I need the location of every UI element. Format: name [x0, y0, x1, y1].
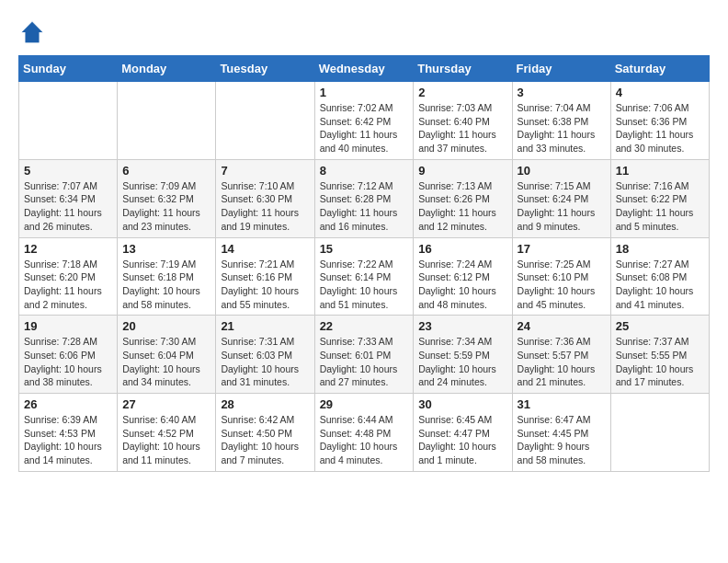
week-row: 26Sunrise: 6:39 AM Sunset: 4:53 PM Dayli… — [19, 394, 710, 472]
day-detail: Sunrise: 7:04 AM Sunset: 6:38 PM Dayligh… — [518, 101, 606, 155]
day-cell: 6Sunrise: 7:09 AM Sunset: 6:32 PM Daylig… — [118, 159, 216, 237]
day-cell: 18Sunrise: 7:27 AM Sunset: 6:08 PM Dayli… — [610, 237, 709, 316]
day-detail: Sunrise: 7:25 AM Sunset: 6:10 PM Dayligh… — [518, 258, 606, 312]
week-row: 12Sunrise: 7:18 AM Sunset: 6:20 PM Dayli… — [19, 237, 710, 316]
day-detail: Sunrise: 6:47 AM Sunset: 4:45 PM Dayligh… — [518, 413, 606, 467]
day-cell: 4Sunrise: 7:06 AM Sunset: 6:36 PM Daylig… — [610, 82, 709, 160]
day-detail: Sunrise: 7:09 AM Sunset: 6:32 PM Dayligh… — [122, 179, 210, 234]
day-cell: 9Sunrise: 7:13 AM Sunset: 6:26 PM Daylig… — [414, 159, 512, 237]
day-cell: 11Sunrise: 7:16 AM Sunset: 6:22 PM Dayli… — [610, 159, 709, 237]
day-cell: 30Sunrise: 6:45 AM Sunset: 4:47 PM Dayli… — [414, 394, 512, 472]
day-cell — [216, 82, 314, 160]
day-number: 5 — [24, 164, 112, 178]
day-number: 11 — [616, 164, 704, 178]
day-cell: 3Sunrise: 7:04 AM Sunset: 6:38 PM Daylig… — [512, 82, 610, 160]
day-number: 3 — [518, 86, 606, 99]
day-number: 10 — [518, 164, 606, 178]
day-cell: 2Sunrise: 7:03 AM Sunset: 6:40 PM Daylig… — [414, 82, 512, 160]
day-number: 2 — [418, 86, 506, 99]
day-number: 20 — [122, 319, 210, 333]
day-number: 16 — [418, 242, 506, 256]
day-cell: 12Sunrise: 7:18 AM Sunset: 6:20 PM Dayli… — [19, 237, 118, 316]
day-cell: 10Sunrise: 7:15 AM Sunset: 6:24 PM Dayli… — [512, 159, 610, 237]
day-number: 4 — [616, 86, 704, 99]
day-detail: Sunrise: 6:42 AM Sunset: 4:50 PM Dayligh… — [221, 413, 309, 467]
day-detail: Sunrise: 7:07 AM Sunset: 6:34 PM Dayligh… — [24, 179, 112, 234]
day-detail: Sunrise: 7:19 AM Sunset: 6:18 PM Dayligh… — [122, 258, 210, 312]
day-number: 29 — [320, 397, 409, 411]
day-detail: Sunrise: 7:31 AM Sunset: 6:03 PM Dayligh… — [221, 335, 309, 389]
day-cell: 7Sunrise: 7:10 AM Sunset: 6:30 PM Daylig… — [216, 159, 314, 237]
day-detail: Sunrise: 7:30 AM Sunset: 6:04 PM Dayligh… — [122, 335, 210, 389]
day-cell: 20Sunrise: 7:30 AM Sunset: 6:04 PM Dayli… — [118, 316, 216, 394]
day-detail: Sunrise: 7:21 AM Sunset: 6:16 PM Dayligh… — [221, 258, 309, 312]
day-cell: 21Sunrise: 7:31 AM Sunset: 6:03 PM Dayli… — [216, 316, 314, 394]
day-detail: Sunrise: 6:39 AM Sunset: 4:53 PM Dayligh… — [24, 413, 112, 467]
day-cell: 14Sunrise: 7:21 AM Sunset: 6:16 PM Dayli… — [216, 237, 314, 316]
day-cell — [610, 394, 709, 472]
day-detail: Sunrise: 7:27 AM Sunset: 6:08 PM Dayligh… — [616, 258, 704, 312]
day-number: 12 — [24, 242, 112, 256]
day-detail: Sunrise: 7:34 AM Sunset: 5:59 PM Dayligh… — [418, 335, 506, 389]
day-number: 14 — [221, 242, 309, 256]
day-number: 31 — [518, 397, 606, 411]
day-cell: 19Sunrise: 7:28 AM Sunset: 6:06 PM Dayli… — [19, 316, 118, 394]
logo-icon — [18, 18, 46, 46]
header-cell-monday: Monday — [118, 56, 216, 82]
day-cell: 17Sunrise: 7:25 AM Sunset: 6:10 PM Dayli… — [512, 237, 610, 316]
day-number: 8 — [320, 164, 409, 178]
day-number: 13 — [122, 242, 210, 256]
day-cell: 8Sunrise: 7:12 AM Sunset: 6:28 PM Daylig… — [314, 159, 414, 237]
day-detail: Sunrise: 7:28 AM Sunset: 6:06 PM Dayligh… — [24, 335, 112, 389]
day-number: 23 — [418, 319, 506, 333]
day-cell: 22Sunrise: 7:33 AM Sunset: 6:01 PM Dayli… — [314, 316, 414, 394]
day-detail: Sunrise: 7:36 AM Sunset: 5:57 PM Dayligh… — [518, 335, 606, 389]
day-number: 27 — [122, 397, 210, 411]
day-cell: 1Sunrise: 7:02 AM Sunset: 6:42 PM Daylig… — [314, 82, 414, 160]
calendar-body: 1Sunrise: 7:02 AM Sunset: 6:42 PM Daylig… — [19, 82, 710, 472]
day-number: 21 — [221, 319, 309, 333]
day-cell — [118, 82, 216, 160]
day-number: 1 — [320, 86, 409, 99]
day-cell: 31Sunrise: 6:47 AM Sunset: 4:45 PM Dayli… — [512, 394, 610, 472]
day-cell: 28Sunrise: 6:42 AM Sunset: 4:50 PM Dayli… — [216, 394, 314, 472]
day-cell: 15Sunrise: 7:22 AM Sunset: 6:14 PM Dayli… — [314, 237, 414, 316]
day-detail: Sunrise: 7:12 AM Sunset: 6:28 PM Dayligh… — [320, 179, 409, 234]
day-detail: Sunrise: 7:24 AM Sunset: 6:12 PM Dayligh… — [418, 258, 506, 312]
day-cell: 29Sunrise: 6:44 AM Sunset: 4:48 PM Dayli… — [314, 394, 414, 472]
header-cell-tuesday: Tuesday — [216, 56, 314, 82]
day-cell: 25Sunrise: 7:37 AM Sunset: 5:55 PM Dayli… — [610, 316, 709, 394]
day-number: 6 — [122, 164, 210, 178]
header-cell-thursday: Thursday — [414, 56, 512, 82]
day-cell: 27Sunrise: 6:40 AM Sunset: 4:52 PM Dayli… — [118, 394, 216, 472]
day-number: 9 — [418, 164, 506, 178]
week-row: 1Sunrise: 7:02 AM Sunset: 6:42 PM Daylig… — [19, 82, 710, 160]
day-detail: Sunrise: 7:02 AM Sunset: 6:42 PM Dayligh… — [320, 101, 409, 155]
day-detail: Sunrise: 7:13 AM Sunset: 6:26 PM Dayligh… — [418, 179, 506, 234]
day-cell: 24Sunrise: 7:36 AM Sunset: 5:57 PM Dayli… — [512, 316, 610, 394]
day-number: 19 — [24, 319, 112, 333]
day-number: 7 — [221, 164, 309, 178]
day-number: 17 — [518, 242, 606, 256]
day-detail: Sunrise: 6:45 AM Sunset: 4:47 PM Dayligh… — [418, 413, 506, 467]
header-cell-saturday: Saturday — [610, 56, 709, 82]
day-detail: Sunrise: 7:37 AM Sunset: 5:55 PM Dayligh… — [616, 335, 704, 389]
week-row: 5Sunrise: 7:07 AM Sunset: 6:34 PM Daylig… — [19, 159, 710, 237]
header-row: SundayMondayTuesdayWednesdayThursdayFrid… — [19, 56, 710, 82]
day-number: 24 — [518, 319, 606, 333]
day-cell: 5Sunrise: 7:07 AM Sunset: 6:34 PM Daylig… — [19, 159, 118, 237]
day-number: 25 — [616, 319, 704, 333]
day-number: 18 — [616, 242, 704, 256]
day-cell: 23Sunrise: 7:34 AM Sunset: 5:59 PM Dayli… — [414, 316, 512, 394]
day-number: 22 — [320, 319, 409, 333]
day-detail: Sunrise: 7:06 AM Sunset: 6:36 PM Dayligh… — [616, 101, 704, 155]
day-cell: 13Sunrise: 7:19 AM Sunset: 6:18 PM Dayli… — [118, 237, 216, 316]
day-detail: Sunrise: 6:40 AM Sunset: 4:52 PM Dayligh… — [122, 413, 210, 467]
day-detail: Sunrise: 7:33 AM Sunset: 6:01 PM Dayligh… — [320, 335, 409, 389]
day-detail: Sunrise: 7:15 AM Sunset: 6:24 PM Dayligh… — [518, 179, 606, 234]
day-cell: 26Sunrise: 6:39 AM Sunset: 4:53 PM Dayli… — [19, 394, 118, 472]
day-number: 30 — [418, 397, 506, 411]
day-cell — [19, 82, 118, 160]
day-detail: Sunrise: 6:44 AM Sunset: 4:48 PM Dayligh… — [320, 413, 409, 467]
day-number: 15 — [320, 242, 409, 256]
